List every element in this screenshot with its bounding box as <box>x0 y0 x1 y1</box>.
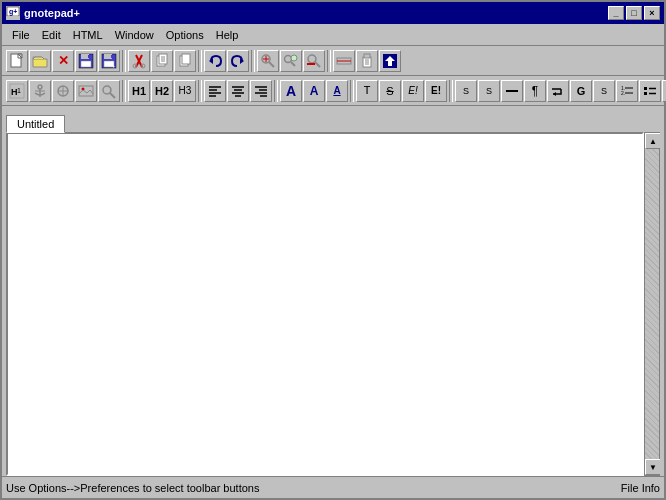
new-button[interactable] <box>6 50 28 72</box>
Em-label: E! <box>408 85 417 96</box>
scroll-up-button[interactable]: ▲ <box>645 133 660 149</box>
ol-button[interactable]: 1. 2. <box>616 80 638 102</box>
svg-point-35 <box>291 55 297 61</box>
align-left-button[interactable] <box>204 80 226 102</box>
open-button[interactable] <box>29 50 51 72</box>
heading2-button[interactable]: H2 <box>151 80 173 102</box>
sep-t2-3 <box>274 80 278 102</box>
ul-button[interactable] <box>639 80 661 102</box>
sep-t2-2 <box>198 80 202 102</box>
close-button[interactable]: × <box>644 6 660 20</box>
tabs-bar: Untitled <box>2 106 664 132</box>
scroll-track[interactable] <box>645 149 659 459</box>
search3-button[interactable] <box>98 80 120 102</box>
minimize-button[interactable]: _ <box>608 6 624 20</box>
menu-edit[interactable]: Edit <box>36 27 67 43</box>
title-bar: g+ gnotepad+ _ □ × <box>2 2 664 24</box>
goto-button[interactable]: G <box>570 80 592 102</box>
G-label: G <box>577 85 586 97</box>
svg-rect-26 <box>182 54 190 64</box>
sep-t2-5 <box>449 80 453 102</box>
sep-3 <box>251 50 255 72</box>
save-button[interactable] <box>75 50 97 72</box>
Ss2-label: S <box>601 86 607 96</box>
svg-point-51 <box>38 85 42 89</box>
align-center-button[interactable] <box>227 80 249 102</box>
redo-button[interactable] <box>227 50 249 72</box>
copy-button[interactable] <box>151 50 173 72</box>
font-small-button[interactable]: A <box>326 80 348 102</box>
close-doc-button[interactable]: ✕ <box>52 50 74 72</box>
Em2-label: E! <box>431 85 441 96</box>
tab-untitled[interactable]: Untitled <box>6 115 65 133</box>
editor-container: ▲ ▼ <box>6 132 660 476</box>
svg-line-34 <box>291 62 295 66</box>
anchor-button[interactable] <box>29 80 51 102</box>
A-med: A <box>310 84 319 98</box>
circle-button[interactable] <box>52 80 74 102</box>
s2-button[interactable]: S <box>455 80 477 102</box>
sep-t2-4 <box>350 80 354 102</box>
svg-text:g+: g+ <box>9 8 17 16</box>
menu-help[interactable]: Help <box>210 27 245 43</box>
find-files-button[interactable] <box>303 50 325 72</box>
vertical-scrollbar: ▲ ▼ <box>644 132 660 476</box>
ss-button[interactable]: S <box>478 80 500 102</box>
align-right-button[interactable] <box>250 80 272 102</box>
svg-rect-12 <box>104 54 112 59</box>
insert-button[interactable] <box>379 50 401 72</box>
svg-text:2.: 2. <box>621 90 625 96</box>
status-right: File Info <box>621 482 660 494</box>
main-window: g+ gnotepad+ _ □ × File Edit HTML Window… <box>0 0 666 500</box>
menu-options[interactable]: Options <box>160 27 210 43</box>
svg-point-59 <box>103 86 111 94</box>
H3-label: H3 <box>179 85 192 96</box>
maximize-button[interactable]: □ <box>626 6 642 20</box>
svg-line-37 <box>315 62 320 67</box>
font-large-button[interactable]: A <box>280 80 302 102</box>
svg-line-60 <box>110 93 115 98</box>
cut2-button[interactable] <box>333 50 355 72</box>
hr-button[interactable] <box>501 80 523 102</box>
em-button[interactable]: E! <box>402 80 424 102</box>
scroll-down-button[interactable]: ▼ <box>645 459 660 475</box>
font-med-button[interactable]: A <box>303 80 325 102</box>
h1-button[interactable]: H 1 <box>6 80 28 102</box>
paste-button[interactable] <box>356 50 378 72</box>
sep-t2-1 <box>122 80 126 102</box>
tab-untitled-label: Untitled <box>17 118 54 130</box>
svg-rect-2 <box>7 16 19 19</box>
menu-file[interactable]: File <box>6 27 36 43</box>
strike-button[interactable]: S <box>379 80 401 102</box>
app-icon: g+ <box>6 6 20 20</box>
undo-button[interactable] <box>204 50 226 72</box>
menu-window[interactable]: Window <box>109 27 160 43</box>
toolbar-2: H 1 <box>2 76 664 106</box>
find-replace-button[interactable] <box>280 50 302 72</box>
br-button[interactable] <box>547 80 569 102</box>
em2-button[interactable]: E! <box>425 80 447 102</box>
save-as-button[interactable]: + <box>98 50 120 72</box>
heading1-button[interactable]: H1 <box>128 80 150 102</box>
copy2-button[interactable] <box>174 50 196 72</box>
heading3-button[interactable]: H3 <box>174 80 196 102</box>
svg-rect-10 <box>88 55 90 58</box>
teletype-button[interactable]: T <box>356 80 378 102</box>
menu-html[interactable]: HTML <box>67 27 109 43</box>
image-button[interactable] <box>75 80 97 102</box>
svg-text:1: 1 <box>17 87 21 94</box>
svg-rect-9 <box>81 61 91 67</box>
ss2-button[interactable]: S <box>593 80 615 102</box>
Ss-label: S <box>486 86 492 96</box>
editor-textarea[interactable] <box>8 134 642 474</box>
svg-rect-38 <box>307 63 315 65</box>
sep-1 <box>122 50 126 72</box>
find-button[interactable] <box>257 50 279 72</box>
overflow-button[interactable]: ≫ <box>662 80 666 102</box>
svg-rect-8 <box>81 54 89 59</box>
svg-rect-80 <box>644 87 647 90</box>
sep-4 <box>327 50 331 72</box>
svg-line-30 <box>269 62 274 67</box>
para-button[interactable]: ¶ <box>524 80 546 102</box>
cut-button[interactable] <box>128 50 150 72</box>
